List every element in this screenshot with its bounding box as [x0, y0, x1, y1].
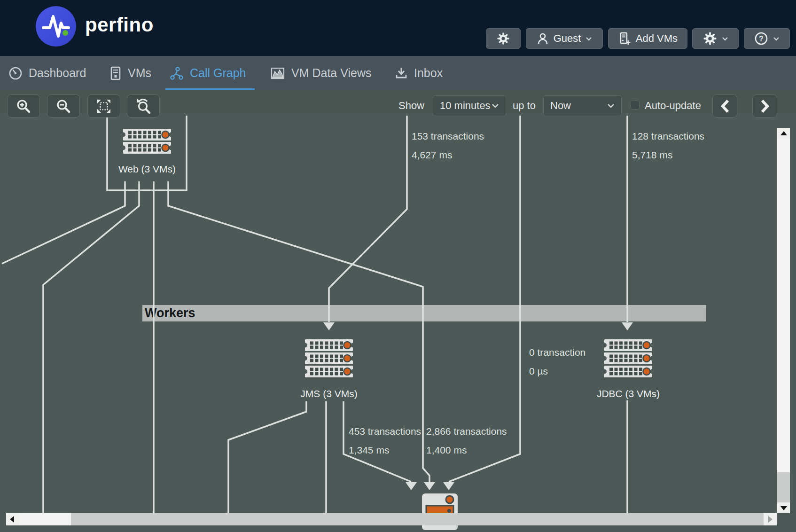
guest-menu-button[interactable]: Guest [526, 28, 603, 49]
reset-zoom-icon [135, 98, 151, 114]
triangle-right-icon [768, 516, 773, 523]
gear-icon [497, 32, 510, 45]
fit-to-view-icon [96, 98, 112, 114]
chevron-down-icon [492, 103, 499, 108]
tab-vms[interactable]: VMs [109, 56, 151, 90]
jdbc-node-label[interactable]: JDBC (3 VMs) [581, 388, 675, 399]
tab-inbox[interactable]: Inbox [395, 56, 443, 90]
jdbc-node-icon[interactable] [604, 339, 653, 377]
history-back-button[interactable] [712, 94, 737, 117]
tab-vm-data-views-label: VM Data Views [291, 66, 371, 80]
show-label: Show [398, 100, 424, 112]
scroll-right-button[interactable] [764, 513, 777, 525]
zoom-out-button[interactable] [47, 94, 80, 117]
help-icon: ? [754, 31, 768, 46]
chevron-down-icon [722, 37, 728, 41]
horizontal-scrollbar-thumb[interactable] [19, 513, 71, 525]
upto-select[interactable]: Now [543, 95, 622, 116]
vertical-scrollbar-thumb[interactable] [777, 139, 790, 472]
app-header: perfino Guest [0, 0, 796, 56]
reset-zoom-button[interactable] [127, 94, 160, 117]
time-range-value: 10 minutes [440, 100, 491, 112]
tab-call-graph[interactable]: Call Graph [170, 56, 246, 90]
tab-inbox-label: Inbox [414, 66, 443, 80]
workers-band: Workers [142, 305, 706, 321]
edge-label-2866: 2,866 transactions 1,400 ms [426, 426, 507, 456]
edge-label-128: 128 transactions 5,718 ms [632, 131, 704, 161]
upto-label: up to [513, 100, 536, 112]
server-icon [109, 66, 122, 80]
graph-nodes-icon [170, 66, 184, 80]
chevron-left-icon [720, 99, 730, 113]
perfino-app: Workers [0, 0, 796, 532]
tab-vms-label: VMs [128, 66, 151, 80]
add-vms-button[interactable]: Add VMs [608, 28, 687, 49]
tab-vm-data-views[interactable]: VM Data Views [270, 56, 371, 90]
chart-icon [270, 66, 285, 80]
jms-node-label[interactable]: JMS (3 VMs) [282, 388, 376, 399]
person-icon [537, 32, 549, 45]
fit-to-view-button[interactable] [87, 94, 120, 117]
perfino-logo [36, 6, 76, 47]
chevron-right-icon [760, 99, 770, 113]
scroll-down-button[interactable] [777, 502, 790, 513]
zoom-in-button[interactable] [7, 94, 40, 117]
history-forward-button[interactable] [752, 94, 777, 117]
time-range-select[interactable]: 10 minutes [433, 95, 506, 116]
upto-value: Now [550, 100, 571, 112]
help-menu-button[interactable]: ? [744, 28, 790, 49]
settings-menu-button[interactable] [692, 28, 739, 49]
edge-label-153: 153 transactions 4,627 ms [412, 131, 484, 161]
chevron-down-icon [585, 37, 592, 41]
chevron-down-icon [773, 37, 780, 41]
add-vms-label: Add VMs [636, 32, 678, 45]
triangle-down-icon [780, 506, 787, 510]
gear-icon [703, 31, 717, 46]
zoom-in-icon [16, 98, 31, 114]
tab-dashboard[interactable]: Dashboard [8, 56, 86, 90]
active-tab-underline [165, 88, 255, 90]
auto-update-checkbox[interactable] [631, 101, 640, 110]
scroll-up-button[interactable] [777, 128, 790, 139]
workers-band-label: Workers [142, 305, 706, 321]
settings-quick-button[interactable] [486, 28, 521, 49]
edge-label-453: 453 transactions 1,345 ms [349, 426, 421, 456]
edge-label-0: 0 transaction 0 µs [529, 347, 585, 377]
server-plus-icon [618, 32, 631, 45]
web-node-icon[interactable] [123, 129, 172, 154]
web-node-label[interactable]: Web (3 VMs) [100, 164, 194, 175]
vertical-scrollbar[interactable] [777, 128, 790, 513]
horizontal-scrollbar[interactable] [6, 513, 777, 525]
chevron-down-icon [607, 103, 615, 108]
tab-dashboard-label: Dashboard [29, 66, 86, 80]
brand-name: perfino [85, 14, 154, 36]
scroll-left-button[interactable] [6, 513, 19, 525]
main-nav: Dashboard VMs Call Graph [0, 56, 796, 90]
triangle-left-icon [10, 516, 14, 523]
tab-call-graph-label: Call Graph [190, 66, 246, 80]
guest-label: Guest [554, 32, 581, 45]
zoom-out-icon [55, 98, 71, 114]
svg-text:?: ? [759, 35, 764, 43]
jms-node-icon[interactable] [304, 339, 353, 377]
auto-update-label: Auto-update [645, 100, 701, 112]
gauge-icon [8, 66, 23, 80]
triangle-up-icon [780, 131, 787, 135]
inbox-icon [395, 66, 408, 80]
